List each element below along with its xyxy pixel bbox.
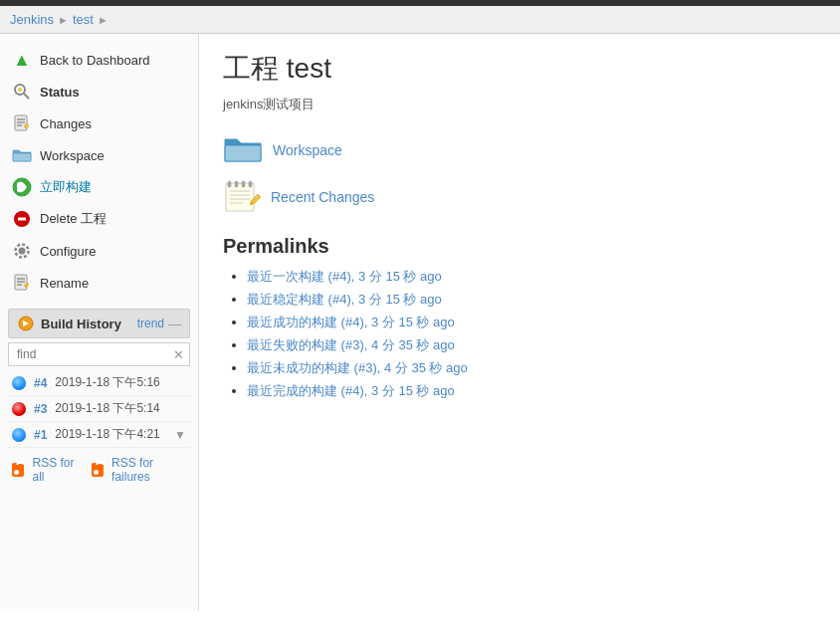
build-time-3: 2019-1-18 下午5:14 — [55, 400, 186, 417]
sidebar-label-rename: Rename — [40, 276, 89, 291]
breadcrumb-chevron-1: ► — [58, 14, 69, 26]
list-item: 最近未成功的构建 (#3), 4 分 35 秒 ago — [247, 359, 816, 377]
build-search-input[interactable] — [8, 342, 190, 366]
build-history-title-group: Build History — [17, 315, 121, 332]
build-link-4[interactable]: #4 — [34, 376, 47, 390]
permalink-link-5[interactable]: 最近完成的构建 (#4), 3 分 15 秒 ago — [247, 383, 455, 398]
build-history-header: Build History trend — — [8, 309, 190, 338]
rss-all-icon — [12, 463, 24, 477]
rss-all-link[interactable]: RSS for all — [32, 456, 83, 484]
folder-icon — [12, 145, 32, 165]
recent-changes-link-item: Recent Changes — [223, 179, 816, 215]
document-edit-icon — [12, 113, 32, 133]
gear-icon — [12, 241, 32, 261]
svg-rect-21 — [226, 183, 254, 211]
sidebar-item-rename[interactable]: Rename — [0, 267, 198, 299]
sidebar-item-changes[interactable]: Changes — [0, 107, 198, 139]
list-item: 最近失败的构建 (#3), 4 分 35 秒 ago — [247, 336, 816, 354]
sidebar-label-changes: Changes — [40, 116, 92, 131]
build-history-section: Build History trend — ✕ #4 2019-1-18 下午5… — [8, 309, 190, 492]
build-time-1: 2019-1-18 下午4:21 — [55, 426, 166, 443]
main-content: 工程 test jenkins测试项目 Workspace — [199, 34, 840, 611]
sidebar-label-configure: Configure — [40, 244, 96, 259]
sidebar-item-workspace[interactable]: Workspace — [0, 139, 198, 171]
search-clear-icon[interactable]: ✕ — [173, 347, 184, 362]
svg-rect-25 — [249, 181, 252, 187]
sidebar-label-back: Back to Dashboard — [40, 53, 150, 68]
main-layout: ▲ Back to Dashboard Status — [0, 34, 840, 611]
build-arrow-icon: ▼ — [174, 428, 186, 442]
workspace-folder-icon — [223, 133, 263, 167]
rss-failures-icon — [92, 463, 104, 477]
breadcrumb-chevron-2: ► — [98, 14, 108, 26]
project-title: 工程 test — [223, 50, 816, 88]
breadcrumb-test[interactable]: test — [73, 12, 94, 27]
table-row: #3 2019-1-18 下午5:14 — [8, 396, 190, 422]
svg-rect-23 — [235, 181, 238, 187]
build-time-4: 2019-1-18 下午5:16 — [55, 374, 186, 391]
svg-point-2 — [18, 88, 22, 92]
permalink-link-2[interactable]: 最近成功的构建 (#4), 3 分 15 秒 ago — [247, 315, 455, 329]
workspace-links: Workspace — [223, 133, 816, 215]
permalinks-title: Permalinks — [223, 235, 816, 258]
arrow-up-icon: ▲ — [12, 50, 32, 70]
recent-changes-icon — [223, 179, 261, 215]
list-item: 最近稳定构建 (#4), 3 分 15 秒 ago — [247, 291, 816, 309]
permalink-link-3[interactable]: 最近失败的构建 (#3), 4 分 35 秒 ago — [247, 337, 455, 352]
magnifier-icon — [12, 82, 32, 102]
svg-rect-24 — [242, 181, 245, 187]
project-description: jenkins测试项目 — [223, 96, 816, 113]
sidebar-item-status[interactable]: Status — [0, 76, 198, 107]
build-link-1[interactable]: #1 — [34, 428, 47, 442]
status-blue-icon-2 — [12, 428, 26, 442]
sidebar-item-back-dashboard[interactable]: ▲ Back to Dashboard — [0, 44, 198, 76]
workspace-link-item: Workspace — [223, 133, 816, 167]
rss-footer: RSS for all RSS for failures — [8, 448, 190, 492]
svg-line-1 — [24, 94, 29, 99]
svg-rect-8 — [13, 153, 31, 161]
status-red-icon — [12, 402, 26, 416]
rename-icon — [12, 273, 32, 293]
breadcrumb-jenkins[interactable]: Jenkins — [10, 12, 54, 27]
list-item: 最近一次构建 (#4), 3 分 15 秒 ago — [247, 268, 816, 286]
svg-rect-22 — [228, 181, 231, 187]
permalinks-section: Permalinks 最近一次构建 (#4), 3 分 15 秒 ago 最近稳… — [223, 235, 816, 400]
trend-link[interactable]: trend — [137, 317, 164, 330]
svg-rect-20 — [225, 145, 261, 161]
sidebar-item-delete[interactable]: Delete 工程 — [0, 203, 198, 235]
breadcrumb: Jenkins ► test ► — [0, 6, 840, 34]
sidebar-label-status: Status — [40, 85, 80, 100]
recent-changes-link[interactable]: Recent Changes — [271, 189, 374, 205]
trend-dash: — — [168, 317, 181, 331]
build-history-icon — [17, 315, 35, 332]
build-history-title: Build History — [41, 317, 121, 331]
table-row: #1 2019-1-18 下午4:21 ▼ — [8, 422, 190, 448]
table-row: #4 2019-1-18 下午5:16 — [8, 370, 190, 396]
permalink-link-4[interactable]: 最近未成功的构建 (#3), 4 分 35 秒 ago — [247, 360, 468, 375]
sidebar: ▲ Back to Dashboard Status — [0, 34, 199, 611]
svg-point-12 — [19, 248, 26, 255]
build-now-icon — [12, 177, 32, 197]
search-container: ✕ — [8, 338, 190, 370]
sidebar-item-configure[interactable]: Configure — [0, 235, 198, 267]
sidebar-label-build-now: 立即构建 — [40, 178, 92, 196]
permalink-link-1[interactable]: 最近稳定构建 (#4), 3 分 15 秒 ago — [247, 292, 442, 307]
status-blue-icon — [12, 376, 26, 390]
permalinks-list: 最近一次构建 (#4), 3 分 15 秒 ago 最近稳定构建 (#4), 3… — [223, 268, 816, 400]
permalink-link-0[interactable]: 最近一次构建 (#4), 3 分 15 秒 ago — [247, 269, 442, 284]
delete-icon — [12, 209, 32, 229]
sidebar-label-delete: Delete 工程 — [40, 210, 106, 228]
rss-failures-link[interactable]: RSS for failures — [111, 456, 186, 484]
sidebar-item-build-now[interactable]: 立即构建 — [0, 171, 198, 203]
workspace-link[interactable]: Workspace — [273, 142, 342, 158]
build-link-3[interactable]: #3 — [34, 402, 47, 416]
list-item: 最近成功的构建 (#4), 3 分 15 秒 ago — [247, 314, 816, 331]
sidebar-label-workspace: Workspace — [40, 148, 105, 163]
list-item: 最近完成的构建 (#4), 3 分 15 秒 ago — [247, 382, 816, 400]
